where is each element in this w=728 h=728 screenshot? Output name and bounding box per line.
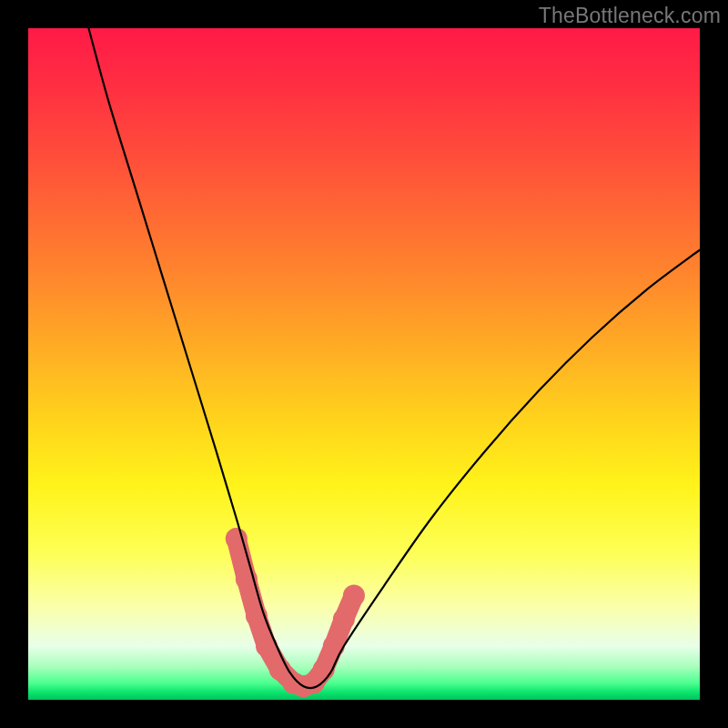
highlight-dot — [333, 608, 355, 630]
curve-path — [88, 28, 700, 688]
chart-frame: TheBottleneck.com — [0, 0, 728, 728]
highlight-dot — [323, 635, 345, 657]
plot-area — [28, 28, 700, 700]
watermark-text: TheBottleneck.com — [539, 4, 721, 28]
highlight-dot — [343, 585, 365, 607]
chart-svg — [28, 28, 700, 700]
